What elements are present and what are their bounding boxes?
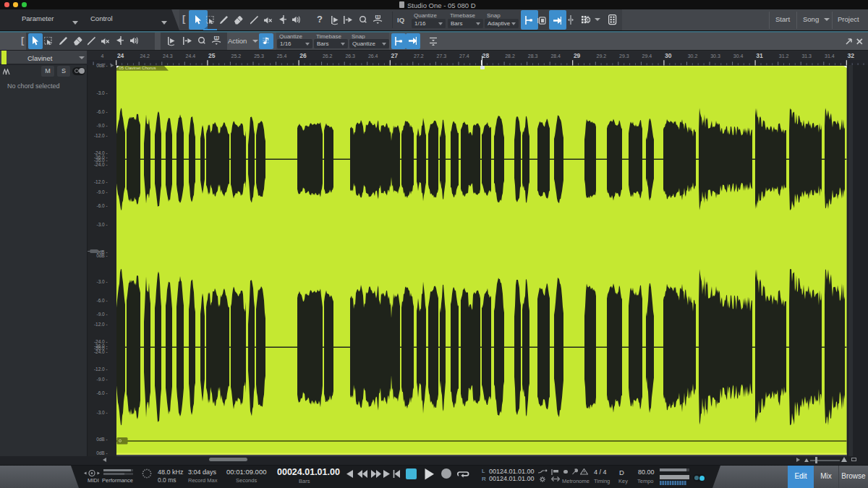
- svg-text:05 Clavinet Chorus: 05 Clavinet Chorus: [119, 66, 156, 70]
